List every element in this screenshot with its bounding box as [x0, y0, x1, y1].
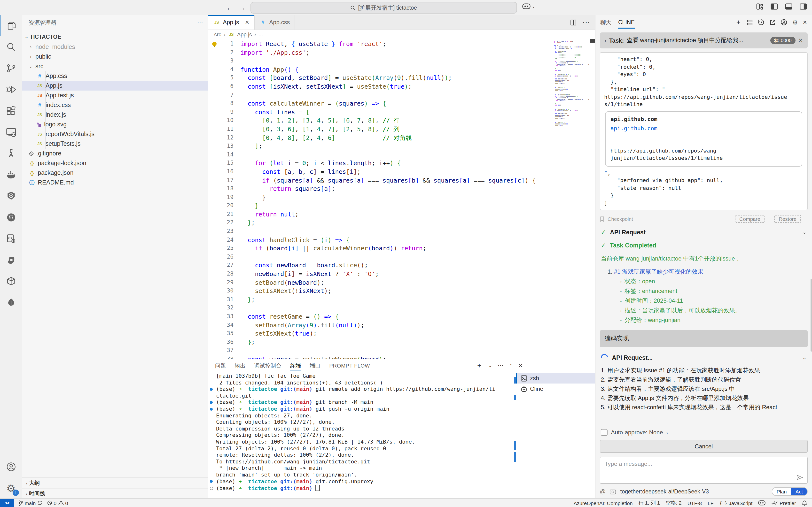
code-editor[interactable]: 1import React, { useState } from 'react'…	[208, 39, 595, 360]
code-line-32[interactable]: 32	[208, 304, 552, 312]
compare-button[interactable]: Compare	[735, 215, 764, 223]
outline-section[interactable]: ›大纲	[22, 477, 208, 488]
minimap[interactable]	[554, 41, 589, 128]
code-line-1[interactable]: 1import React, { useState } from 'react'…	[208, 40, 552, 48]
panel-tab-PROMPT FLOW[interactable]: PROMPT FLOW	[329, 359, 370, 372]
send-icon[interactable]	[797, 474, 803, 481]
breadcrumb[interactable]: src› JS App.js› ...	[208, 30, 595, 39]
code-line-15[interactable]: 15 for (let i = 0; i < lines.length; i++…	[208, 159, 552, 168]
activity-item-leaf[interactable]: .s{fill:none;stroke:#424242;stroke-width…	[0, 292, 22, 313]
back-icon[interactable]: ←	[226, 4, 233, 11]
file-logo.svg[interactable]: logo.svg	[22, 120, 208, 129]
plan-button[interactable]: Plan	[772, 488, 791, 495]
panel-tab-问题[interactable]: 问题	[215, 359, 226, 372]
terminal-tab-cline[interactable]: Cline	[516, 384, 595, 394]
message-input[interactable]: Type a message...	[600, 457, 808, 484]
code-line-27[interactable]: 27 const newBoard = board.slice();	[208, 261, 552, 270]
split-editor-icon[interactable]	[570, 19, 577, 25]
activity-item-source-control[interactable]: .s{fill:none;stroke:#424242;stroke-width…	[0, 58, 22, 79]
close-tab-icon[interactable]: ✕	[245, 19, 249, 25]
close-panel-icon[interactable]: ✕	[803, 19, 807, 25]
copilot-status-icon[interactable]	[758, 500, 765, 506]
plan-act-toggle[interactable]: Plan Act	[772, 487, 808, 496]
history-icon[interactable]	[758, 19, 764, 26]
activity-item-code-gear[interactable]: .s{fill:none;stroke:#424242;stroke-width…	[0, 228, 22, 249]
sync-icon[interactable]	[37, 500, 43, 506]
activity-item-docker[interactable]: .s{fill:none;stroke:#424242;stroke-width…	[0, 164, 22, 185]
code-line-33[interactable]: 33 const resetGame = () => {	[208, 312, 552, 321]
cursor-position[interactable]: 行 1, 列 1	[639, 500, 660, 506]
toggle-sidebar-icon[interactable]	[770, 3, 778, 10]
maximize-panel-icon[interactable]: ⌃	[509, 363, 512, 368]
code-line-5[interactable]: 5 const [board, setBoard] = useState(Arr…	[208, 74, 552, 82]
code-line-36[interactable]: 36 };	[208, 338, 552, 346]
api-request-row[interactable]: ✓ API Request ⌄	[601, 229, 807, 236]
code-line-6[interactable]: 6 const [isXNext, setIsXNext] = useState…	[208, 82, 552, 91]
code-line-29[interactable]: 29 setBoard(newBoard);	[208, 278, 552, 287]
act-button[interactable]: Act	[791, 488, 807, 495]
chevron-down-icon[interactable]: ⌄	[802, 229, 807, 235]
code-line-24[interactable]: 24 const handleClick = (i) => {	[208, 236, 552, 244]
code-line-21[interactable]: 21 return null;	[208, 210, 552, 219]
code-line-10[interactable]: 10 [0, 1, 2], [3, 4, 5], [6, 7, 8], // 行	[208, 116, 552, 125]
ai-completion-status[interactable]: AzureOpenAI: Completion	[574, 500, 633, 506]
account-icon[interactable]	[780, 19, 787, 26]
file-App.js[interactable]: JSApp.js	[22, 81, 208, 91]
panel-tab-调试控制台[interactable]: 调试控制台	[254, 359, 281, 372]
folder-node_modules[interactable]: ›node_modules	[22, 42, 208, 52]
code-line-23[interactable]: 23	[208, 227, 552, 236]
code-line-3[interactable]: 3	[208, 57, 552, 65]
new-task-icon[interactable]: ＋	[735, 18, 742, 26]
encoding[interactable]: UTF-8	[688, 500, 702, 506]
activity-item-files[interactable]: .s{fill:none;stroke:#424242;stroke-width…	[0, 15, 22, 36]
activity-item-settings[interactable]: ⚙1	[0, 477, 22, 499]
activity-item-remote-explorer[interactable]: .s{fill:none;stroke:#424242;stroke-width…	[0, 121, 22, 143]
customize-layout-icon[interactable]	[756, 3, 764, 10]
screenshot-icon[interactable]	[609, 489, 616, 494]
auto-approve-row[interactable]: Auto-approve: None ›	[601, 429, 808, 436]
file-App.test.js[interactable]: JSApp.test.js	[22, 91, 208, 100]
toggle-panel-icon[interactable]	[785, 3, 793, 10]
code-line-17[interactable]: 17 if (squares[a] && squares[a] === squa…	[208, 176, 552, 184]
branch-indicator[interactable]: main	[18, 500, 43, 506]
mention-icon[interactable]: @	[600, 488, 606, 495]
code-line-4[interactable]: 4function App() {	[208, 65, 552, 74]
indentation[interactable]: 空格: 2	[666, 500, 682, 506]
activity-item-swirl[interactable]: .s{fill:none;stroke:#424242;stroke-width…	[0, 249, 22, 271]
restore-button[interactable]: Restore	[774, 215, 801, 223]
code-line-30[interactable]: 30 setIsXNext(!isXNext);	[208, 287, 552, 295]
code-line-9[interactable]: 9 const lines = [	[208, 108, 552, 116]
panel-tab-端口[interactable]: 端口	[310, 359, 321, 372]
api-request-progress-row[interactable]: API Request... ⌄	[601, 354, 807, 361]
terminal-scrollbar[interactable]	[514, 373, 516, 499]
code-line-19[interactable]: 19 }	[208, 193, 552, 202]
activity-item-package[interactable]: .s{fill:none;stroke:#424242;stroke-width…	[0, 271, 22, 292]
link-preview-card[interactable]: api.github.com api.github.com https://ap…	[605, 111, 802, 166]
file-App.css[interactable]: #App.css	[22, 71, 208, 81]
code-line-12[interactable]: 12 [0, 4, 8], [2, 4, 6] // 对角线	[208, 133, 552, 142]
folder-src[interactable]: ⌄src	[22, 61, 208, 71]
code-line-25[interactable]: 25 if (board[i] || calculateWinner(board…	[208, 244, 552, 253]
close-panel-icon[interactable]: ✕	[519, 362, 523, 369]
code-line-35[interactable]: 35 setIsXNext(true);	[208, 329, 552, 338]
code-line-22[interactable]: 22 };	[208, 219, 552, 227]
tab-app-js[interactable]: JS App.js ✕	[208, 15, 255, 30]
code-line-18[interactable]: 18 return squares[a];	[208, 184, 552, 193]
problems-indicator[interactable]: 0 0	[47, 500, 68, 506]
file-reportWebVitals.js[interactable]: JSreportWebVitals.js	[22, 129, 208, 139]
cline-scrollbar[interactable]	[811, 279, 812, 351]
code-line-14[interactable]: 14	[208, 150, 552, 159]
panel-more-icon[interactable]: ⋯	[498, 362, 503, 369]
panel-tab-输出[interactable]: 输出	[235, 359, 246, 372]
code-line-7[interactable]: 7	[208, 91, 552, 99]
terminal-output[interactable]: [main 1037b9b] Tic Tac Toe Game 2 files …	[208, 373, 514, 499]
panel-tab-终端[interactable]: 终端	[290, 359, 301, 372]
activity-item-github[interactable]: .s{fill:none;stroke:#424242;stroke-width…	[0, 207, 22, 228]
cancel-button[interactable]: Cancel	[600, 440, 808, 453]
tab-app-css[interactable]: # App.css	[255, 15, 295, 30]
editor-scrollbar[interactable]	[589, 39, 595, 360]
auto-approve-checkbox[interactable]	[601, 429, 607, 436]
activity-item-account[interactable]: .s{fill:none;stroke:#424242;stroke-width…	[0, 456, 22, 477]
folder-public[interactable]: ›public	[22, 52, 208, 61]
bell-icon[interactable]	[802, 500, 807, 506]
